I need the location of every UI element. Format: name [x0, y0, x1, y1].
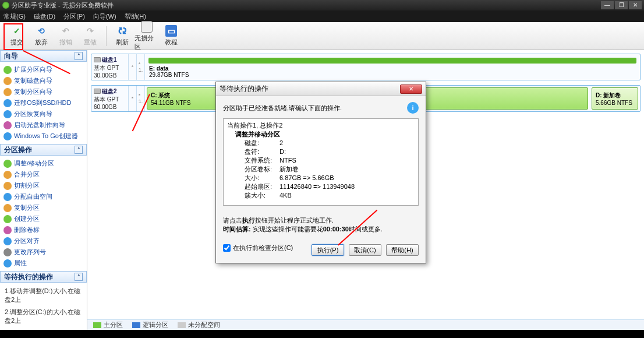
slot: * [129, 86, 137, 111]
help-button[interactable]: 帮助(H) [386, 244, 419, 256]
bootdisc-icon [3, 121, 12, 129]
sb-label: 复制磁盘向导 [14, 76, 52, 85]
check-before-exec[interactable]: 在执行前检查分区(C) [223, 244, 293, 252]
maximize-button[interactable]: ❐ [615, 1, 628, 9]
legend-logical: 逻辑分区 [132, 321, 168, 329]
redo-label: 重做 [84, 38, 97, 47]
op1-v: 新加卷 [279, 165, 299, 174]
disk2-name: 磁盘2 [102, 87, 117, 96]
op1-head: 当前操作1, 总操作2 [227, 121, 415, 130]
op1-title: 调整并移动分区 [227, 130, 415, 139]
partops-panel-head[interactable]: 分区操作 ˄ [0, 144, 87, 156]
disk-icon [94, 57, 101, 62]
discard-label: 放弃 [35, 38, 48, 47]
execute-button[interactable]: 执行(P) [312, 244, 344, 256]
cancel-button[interactable]: 取消(C) [349, 244, 381, 256]
sb-label: 调整/移动分区 [14, 159, 54, 168]
sb-label: 启动光盘制作向导 [14, 121, 65, 129]
check-before-exec-checkbox[interactable] [223, 244, 231, 252]
check-label: 在执行前检查分区(C) [233, 244, 293, 252]
sidebar-item-copydisk[interactable]: 复制磁盘向导 [1, 75, 86, 86]
menu-disk[interactable]: 磁盘(D) [34, 12, 55, 21]
op1-v: 2 [279, 139, 283, 147]
redo-button[interactable]: ↷ 重做 [78, 25, 102, 47]
sidebar-item-align[interactable]: 分区对齐 [1, 235, 86, 247]
pending-panel-body: 1.移动并调整(D:)大小,在磁盘2上 2.调整分区(C:)的大小,在磁盘2上 [0, 283, 87, 329]
dialog-body: 分区助手已经准备就绪,请确认下面的操作. i 当前操作1, 总操作2 调整并移动… [216, 96, 426, 212]
sb-label: 更改序列号 [14, 248, 46, 256]
collapse-icon[interactable]: ˄ [75, 146, 83, 154]
disk1-head: 磁盘1 基本 GPT 30.00GB [91, 54, 129, 80]
op1-k: 大小: [245, 174, 279, 182]
pending-item-2[interactable]: 2.调整分区(C:)的大小,在磁盘2上 [1, 306, 86, 327]
minimize-button[interactable]: — [601, 1, 614, 9]
recover-icon [3, 110, 12, 118]
sidebar-item-merge[interactable]: 合并分区 [1, 169, 86, 180]
disk1-name: 磁盘1 [102, 56, 117, 64]
collapse-icon[interactable]: ˄ [75, 52, 83, 60]
sb-label: 切割分区 [14, 181, 40, 190]
dialog-titlebar[interactable]: 等待执行的操作 ✕ [216, 82, 426, 96]
menu-partition[interactable]: 分区(P) [63, 12, 85, 21]
sidebar-item-create[interactable]: 创建分区 [1, 213, 86, 224]
dialog-title: 等待执行的操作 [220, 84, 268, 94]
tutorial-button[interactable]: ▭ 教程 [159, 25, 183, 47]
refresh-button[interactable]: 🗘 刷新 [110, 25, 135, 47]
legend: 主分区 逻辑分区 未分配空间 [87, 319, 644, 330]
foot-line1: 请点击执行按钮开始让程序正式地工作. [223, 216, 419, 225]
create-icon [3, 215, 12, 223]
disk1-type: 基本 GPT [94, 64, 126, 72]
sidebar-item-bootdisc[interactable]: 启动光盘制作向导 [1, 119, 86, 131]
sidebar: 向导 ˄ 扩展分区向导 复制磁盘向导 复制分区向导 迁移OS到SSD/HDD 分… [0, 50, 87, 330]
disk1-part-name: E: data [149, 65, 168, 72]
sidebar-item-split[interactable]: 切割分区 [1, 180, 86, 191]
sidebar-item-copypart[interactable]: 复制分区向导 [1, 86, 86, 97]
pending-panel-head[interactable]: 等待执行的操作 ˄ [0, 271, 87, 283]
sb-label: 复制分区 [14, 203, 40, 212]
sidebar-item-copy[interactable]: 复制分区 [1, 202, 86, 213]
menu-general[interactable]: 常规(G) [3, 12, 26, 21]
sidebar-item-wtg[interactable]: Windows To Go创建器 [1, 131, 86, 142]
lossless-label: 无损分区 [135, 34, 159, 51]
dialog-close-button[interactable]: ✕ [400, 85, 422, 94]
pending-item-1[interactable]: 1.移动并调整(D:)大小,在磁盘2上 [1, 285, 86, 306]
sidebar-item-recover[interactable]: 分区恢复向导 [1, 108, 86, 119]
sidebar-item-alloc[interactable]: 分配自由空间 [1, 191, 86, 202]
disk2-head: 磁盘2 基本 GPT 60.00GB [91, 86, 129, 111]
sidebar-item-migrate[interactable]: 迁移OS到SSD/HDD [1, 97, 86, 108]
disk2-d-name: D: 新加卷 [596, 91, 634, 100]
wizard-panel-title: 向导 [4, 51, 18, 61]
align-icon [3, 237, 12, 245]
disk2-part-d[interactable]: D: 新加卷 5.66GB NTFS [592, 87, 638, 110]
discard-button[interactable]: ⟲ 放弃 [29, 25, 54, 47]
sidebar-item-extend[interactable]: 扩展分区向导 [1, 64, 86, 75]
menu-bar: 常规(G) 磁盘(D) 分区(P) 向导(W) 帮助(H) [0, 10, 644, 22]
menu-wizard[interactable]: 向导(W) [93, 12, 116, 21]
disk-row-1[interactable]: 磁盘1 基本 GPT 30.00GB * *1. E: data 29.87GB… [91, 54, 641, 80]
operations-list[interactable]: 当前操作1, 总操作2 调整并移动分区 磁盘:2 盘符:D: 文件系统:NTFS… [223, 118, 419, 206]
tutorial-icon: ▭ [165, 25, 177, 37]
lossless-button[interactable]: 无损分区 [135, 21, 159, 51]
info-icon: i [407, 102, 419, 114]
sidebar-item-resize[interactable]: 调整/移动分区 [1, 158, 86, 169]
sb-label: 删除卷标 [14, 226, 40, 234]
wtg-icon [3, 132, 12, 140]
sidebar-item-serial[interactable]: 更改序列号 [1, 247, 86, 258]
wizard-panel-body: 扩展分区向导 复制磁盘向导 复制分区向导 迁移OS到SSD/HDD 分区恢复向导… [0, 62, 87, 144]
partops-panel-title: 分区操作 [4, 145, 32, 155]
collapse-icon[interactable]: ˄ [75, 273, 83, 281]
copypart-icon [3, 88, 12, 96]
sidebar-item-prop[interactable]: 属性 [1, 258, 86, 269]
menu-help[interactable]: 帮助(H) [125, 12, 146, 21]
disk2-size: 60.00GB [94, 104, 126, 110]
op1-v: NTFS [279, 156, 296, 165]
resize-icon [3, 160, 12, 168]
op1-v: D: [279, 147, 286, 156]
sb-label: 分配自由空间 [14, 192, 52, 201]
close-button[interactable]: ✕ [629, 1, 642, 9]
window-titlebar: 分区助手专业版 - 无损分区免费软件 — ❐ ✕ [0, 0, 644, 10]
copy-icon [3, 204, 12, 212]
undo-button[interactable]: ↶ 撤销 [54, 25, 78, 47]
sidebar-item-label[interactable]: 删除卷标 [1, 224, 86, 235]
migrate-icon [3, 99, 12, 107]
